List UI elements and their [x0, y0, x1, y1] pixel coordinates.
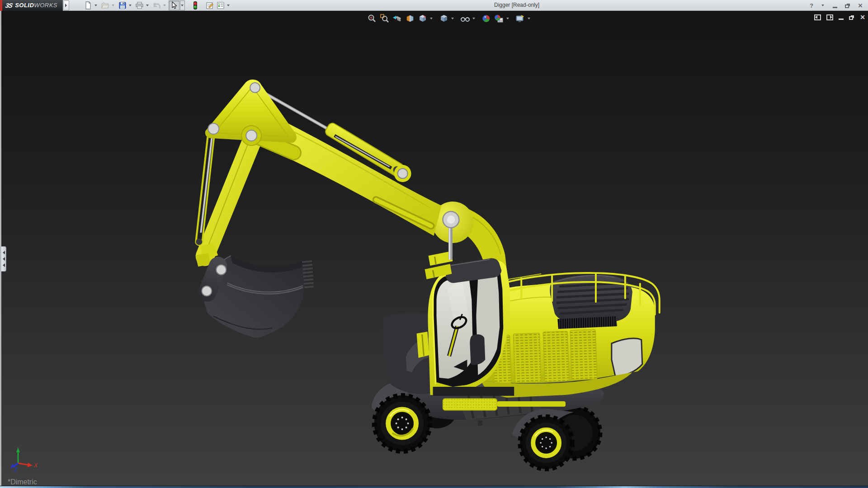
section-view-button[interactable]	[404, 13, 416, 24]
hide-show-items-button[interactable]	[459, 13, 471, 24]
appearance-sphere-icon	[482, 14, 491, 23]
options-dropdown[interactable]	[226, 0, 231, 10]
side-vents	[492, 329, 597, 384]
front-axle-area	[383, 313, 432, 394]
apply-scene-icon	[494, 14, 504, 23]
undo-dropdown[interactable]	[162, 0, 167, 10]
open-dropdown[interactable]	[111, 0, 116, 10]
select-button[interactable]	[169, 0, 179, 10]
document-window-controls: ✕	[814, 14, 865, 21]
minimize-button[interactable]	[831, 1, 839, 9]
display-style-icon	[439, 14, 448, 23]
left-pane-icon	[815, 15, 817, 19]
zoom-to-fit-button[interactable]	[366, 13, 378, 24]
view-settings-icon	[515, 14, 525, 23]
help-dropdown[interactable]	[820, 0, 825, 10]
window-controls: ? ✕	[807, 0, 864, 11]
doc-minimize-icon	[839, 19, 844, 20]
titlebar: 3S SOLID WORKS	[0, 0, 868, 11]
file-properties-icon	[205, 1, 214, 9]
axis-z-label: Z	[14, 467, 18, 473]
seat	[470, 334, 485, 365]
undo-arrow-icon	[152, 1, 161, 9]
traffic-light-icon	[193, 1, 198, 10]
new-document-icon	[84, 1, 92, 9]
doc-close-button[interactable]: ✕	[860, 14, 865, 21]
zoom-to-area-button[interactable]	[378, 13, 391, 24]
graphics-viewport[interactable]: X Z *Dimetric	[0, 11, 868, 486]
save-floppy-icon	[118, 1, 127, 9]
zoom-to-area-icon	[380, 14, 389, 23]
brand-solid: SOLID	[15, 2, 34, 9]
edit-appearance-button[interactable]	[480, 13, 492, 24]
zoom-to-fit-icon	[368, 14, 377, 23]
view-orientation-label: *Dimetric	[8, 478, 37, 486]
feature-pane-splitter[interactable]	[1, 246, 6, 272]
show-right-pane-button[interactable]	[826, 14, 833, 20]
undo-button[interactable]	[151, 0, 162, 10]
view-orientation-dropdown[interactable]	[429, 13, 434, 24]
previous-view-icon	[392, 14, 402, 23]
file-properties-button[interactable]	[204, 0, 215, 10]
eyeglasses-icon	[460, 14, 470, 23]
flyout-arrow-icon	[65, 4, 67, 7]
standard-toolbar	[83, 0, 232, 11]
minimize-icon	[833, 7, 837, 8]
display-style-dropdown[interactable]	[450, 13, 455, 24]
doc-restore-icon	[849, 16, 853, 20]
right-pane-icon	[830, 15, 832, 19]
print-dropdown[interactable]	[145, 0, 150, 10]
print-button[interactable]	[134, 0, 145, 10]
view-orientation-button[interactable]	[416, 13, 429, 24]
collapse-arrow-icon	[3, 251, 5, 254]
collapse-arrow-icon	[3, 263, 5, 267]
collapse-arrow-icon	[3, 257, 5, 261]
restore-button[interactable]	[844, 1, 852, 9]
step-plate	[443, 399, 497, 410]
axis-x-label: X	[33, 462, 38, 469]
previous-view-button[interactable]	[391, 13, 403, 24]
doc-restore-button[interactable]	[849, 15, 854, 20]
save-button[interactable]	[117, 0, 128, 10]
display-style-button[interactable]	[438, 13, 450, 24]
reference-triad[interactable]: X Z	[10, 447, 38, 473]
window-title: Digger [Read-only]	[494, 2, 539, 8]
open-button[interactable]	[100, 0, 111, 10]
select-dropdown[interactable]	[180, 0, 185, 10]
digger-model[interactable]: X Z *Dimetric	[1, 11, 868, 486]
brand-works: WORKS	[34, 2, 57, 9]
rebuild-button[interactable]	[190, 0, 201, 10]
front-left-wheel	[374, 395, 430, 451]
options-button[interactable]	[215, 0, 226, 10]
printer-icon	[135, 1, 144, 9]
boom-knuckle	[205, 80, 297, 153]
options-checklist-icon	[216, 1, 225, 9]
close-button[interactable]: ✕	[856, 1, 864, 9]
restore-icon	[845, 5, 849, 8]
help-button[interactable]: ?	[807, 1, 816, 9]
new-document-button[interactable]	[83, 0, 94, 10]
section-view-icon	[406, 14, 415, 23]
solidworks-logo: 3S SOLID WORKS	[0, 0, 63, 11]
open-folder-icon	[101, 1, 109, 9]
doc-minimize-button[interactable]	[839, 14, 844, 20]
apply-scene-button[interactable]	[493, 13, 505, 24]
front-right-wheel	[520, 417, 572, 469]
show-left-pane-button[interactable]	[814, 14, 821, 20]
menu-flyout-button[interactable]	[63, 0, 69, 10]
hide-show-items-dropdown[interactable]	[472, 13, 476, 24]
ds-logo-icon: 3S	[5, 2, 13, 9]
new-document-dropdown[interactable]	[94, 0, 99, 10]
select-cursor-icon	[170, 1, 178, 9]
view-settings-dropdown[interactable]	[527, 13, 531, 24]
apply-scene-dropdown[interactable]	[505, 13, 510, 24]
view-settings-button[interactable]	[514, 13, 526, 24]
save-dropdown[interactable]	[128, 0, 133, 10]
logo-red-stripe	[0, 0, 2, 11]
view-orientation-icon	[418, 14, 427, 23]
headsup-toolbar	[366, 13, 531, 24]
taskbar-edge	[0, 486, 868, 488]
